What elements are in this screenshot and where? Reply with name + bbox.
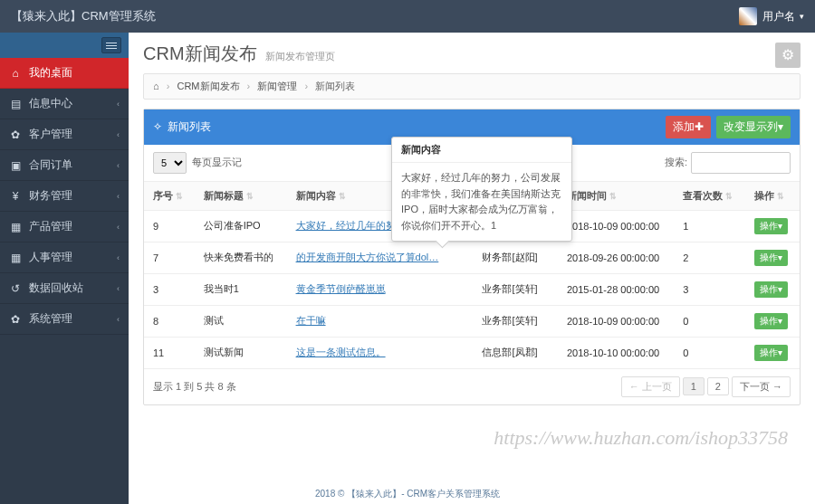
- nav-icon: ▣: [9, 159, 22, 172]
- user-menu[interactable]: 用户名 ▾: [739, 7, 804, 25]
- table-row: 8测试在干嘛业务部[笑轩]2018-10-09 00:00:000操作▾: [144, 305, 800, 337]
- sort-icon: ⇅: [246, 192, 254, 201]
- content-link[interactable]: 的开发商开朗大方你说了算dol…: [296, 252, 439, 262]
- col-header[interactable]: 新闻时间⇅: [558, 182, 674, 211]
- chevron-left-icon: ‹: [117, 284, 120, 293]
- cell-dept: 财务部[赵阳]: [473, 242, 558, 273]
- sidebar-item[interactable]: ▦人事管理‹: [0, 242, 129, 273]
- page-2-button[interactable]: 2: [707, 377, 729, 395]
- cell-content: 这是一条测试信息。: [287, 337, 474, 368]
- gear-icon[interactable]: ⚙: [775, 43, 801, 68]
- sidebar-item-label: 我的桌面: [29, 65, 72, 81]
- sidebar-item[interactable]: ✿客户管理‹: [0, 119, 129, 150]
- sidebar-item[interactable]: ▦产品管理‹: [0, 212, 129, 242]
- page-size-select[interactable]: 5: [153, 152, 187, 174]
- cell-time: 2018-10-09 00:00:00: [558, 305, 674, 337]
- sidebar-item[interactable]: ▤信息中心‹: [0, 89, 129, 119]
- add-button[interactable]: 添加✚: [666, 116, 711, 138]
- table-footer: 显示 1 到 5 共 8 条 ← 上一页 1 2 下一页 →: [144, 369, 800, 404]
- next-page-button[interactable]: 下一页 →: [732, 376, 791, 397]
- nav-icon: ▦: [9, 221, 22, 233]
- crumb-b[interactable]: 新闻管理: [257, 81, 297, 91]
- sidebar-item[interactable]: ▣合同订单‹: [0, 150, 129, 181]
- sort-icon: ⇅: [725, 192, 733, 201]
- row-action-button[interactable]: 操作▾: [754, 250, 788, 266]
- pagination-info: 显示 1 到 5 共 8 条: [153, 380, 236, 394]
- cell-time: 2018-09-26 00:00:00: [558, 242, 674, 273]
- nav-icon: ▤: [9, 98, 22, 110]
- panel-title: 新闻列表: [168, 119, 211, 135]
- cell-title: 我当时1: [195, 273, 287, 305]
- row-action-button[interactable]: 操作▾: [754, 345, 788, 361]
- username: 用户名: [762, 9, 795, 24]
- watermark: https://www.huzhan.com/ishop33758: [494, 426, 788, 450]
- sidebar-item-label: 产品管理: [29, 219, 72, 234]
- footer-copyright: 2018 © 【猿来入此】- CRM客户关系管理系统: [0, 488, 815, 500]
- row-action-button[interactable]: 操作▾: [754, 281, 788, 298]
- sidebar-item[interactable]: ⌂我的桌面: [0, 58, 129, 89]
- tooltip-title: 新闻内容: [392, 138, 571, 163]
- chevron-left-icon: ‹: [117, 253, 120, 262]
- menu-toggle-button[interactable]: [101, 37, 121, 53]
- cell-views: 2: [674, 242, 745, 273]
- sidebar-item[interactable]: ↺数据回收站‹: [0, 273, 129, 304]
- cell-op: 操作▾: [745, 210, 800, 242]
- page-subtitle: 新闻发布管理页: [265, 51, 335, 62]
- search-label: 搜索:: [665, 156, 687, 169]
- sidebar-toggle-bar: [0, 33, 129, 58]
- sidebar-item[interactable]: ✿系统管理‹: [0, 304, 129, 335]
- breadcrumb: ⌂ › CRM新闻发布 › 新闻管理 › 新闻列表: [143, 73, 801, 100]
- plus-icon: ✚: [695, 120, 704, 133]
- col-header[interactable]: 操作⇅: [745, 182, 800, 211]
- cell-time: 2018-10-10 00:00:00: [558, 337, 674, 368]
- tooltip: 新闻内容 大家好，经过几年的努力，公司发展的非常快，我们准备在美国纳斯达克IPO…: [391, 137, 572, 242]
- table-row: 7快来免费看书的的开发商开朗大方你说了算dol…财务部[赵阳]2018-09-2…: [144, 242, 800, 273]
- crumb-a[interactable]: CRM新闻发布: [177, 81, 239, 91]
- sort-icon: ⇅: [777, 192, 784, 201]
- cell-views: 0: [674, 337, 745, 368]
- cell-dept: 信息部[凤郡]: [473, 337, 558, 368]
- col-header[interactable]: 新闻标题⇅: [195, 182, 287, 211]
- cell-no: 8: [144, 305, 195, 337]
- change-columns-button[interactable]: 改变显示列▾: [716, 116, 791, 138]
- sidebar-item[interactable]: ¥财务管理‹: [0, 181, 129, 212]
- cell-content: 在干嘛: [287, 305, 474, 337]
- tooltip-body: 大家好，经过几年的努力，公司发展的非常快，我们准备在美国纳斯达克IPO，届时大家…: [392, 163, 571, 241]
- nav-icon: ↺: [9, 282, 22, 295]
- cell-dept: 业务部[笑轩]: [473, 273, 558, 305]
- crumb-c: 新闻列表: [315, 81, 355, 91]
- chevron-left-icon: ‹: [117, 161, 120, 170]
- cell-time: 2015-01-28 00:00:00: [558, 273, 674, 305]
- cell-title: 公司准备IPO: [195, 210, 287, 242]
- row-action-button[interactable]: 操作▾: [754, 313, 788, 329]
- cell-content: 的开发商开朗大方你说了算dol…: [287, 242, 474, 273]
- cell-no: 7: [144, 242, 195, 273]
- chevron-left-icon: ‹: [117, 192, 120, 201]
- content-link[interactable]: 在干嘛: [296, 315, 326, 326]
- app-brand: 【猿来入此】CRM管理系统: [11, 8, 156, 24]
- home-icon[interactable]: ⌂: [153, 81, 159, 91]
- chevron-down-icon: ▾: [778, 120, 783, 133]
- cell-time: 2018-10-09 00:00:00: [558, 210, 674, 242]
- cell-no: 9: [144, 210, 195, 242]
- page-1-button[interactable]: 1: [683, 377, 705, 395]
- content-link[interactable]: 这是一条测试信息。: [296, 347, 386, 357]
- col-header[interactable]: 序号⇅: [144, 182, 195, 211]
- content: CRM新闻发布 新闻发布管理页 ⚙ ⌂ › CRM新闻发布 › 新闻管理 › 新…: [129, 33, 815, 504]
- table-row: 11测试新闻这是一条测试信息。信息部[凤郡]2018-10-10 00:00:0…: [144, 337, 800, 368]
- sort-icon: ⇅: [339, 192, 346, 201]
- sidebar-item-label: 合同订单: [29, 157, 72, 173]
- search-input[interactable]: [691, 152, 791, 174]
- content-link[interactable]: 黄金季节倒萨醛崽崽: [296, 283, 386, 294]
- table-row: 3我当时1黄金季节倒萨醛崽崽业务部[笑轩]2015-01-28 00:00:00…: [144, 273, 800, 305]
- sidebar-item-label: 人事管理: [29, 250, 72, 265]
- row-action-button[interactable]: 操作▾: [754, 218, 788, 234]
- nav-icon: ⌂: [9, 67, 22, 80]
- cell-op: 操作▾: [745, 242, 800, 273]
- col-header[interactable]: 查看次数⇅: [674, 182, 745, 211]
- cell-title: 测试: [195, 305, 287, 337]
- nav-icon: ▦: [9, 252, 22, 264]
- sidebar-item-label: 客户管理: [29, 127, 72, 142]
- cell-op: 操作▾: [745, 305, 800, 337]
- prev-page-button[interactable]: ← 上一页: [621, 376, 680, 397]
